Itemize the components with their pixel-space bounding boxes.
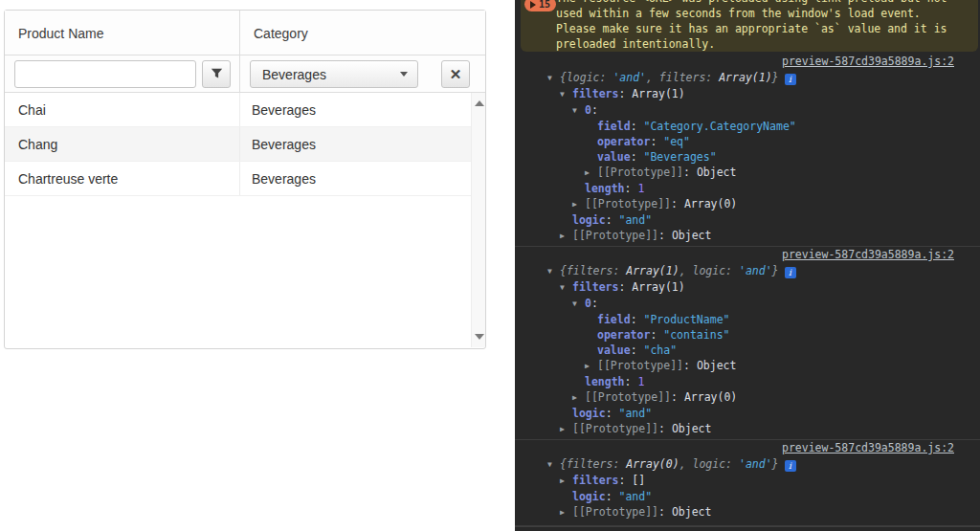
expand-arrow-icon[interactable]: ▶ <box>585 359 597 374</box>
console-token: [] <box>632 474 645 487</box>
console-row: value: "cha" <box>515 343 980 358</box>
console-token: Object <box>672 422 712 435</box>
expand-arrow-icon[interactable]: ▼ <box>560 280 572 296</box>
expand-arrow-icon[interactable]: ▶ <box>560 505 572 520</box>
console-token: : <box>618 474 632 487</box>
console-token: "eq" <box>663 135 690 148</box>
expand-arrow-icon[interactable]: ▶ <box>560 422 572 437</box>
console-row: logic: "and" <box>515 212 980 228</box>
console-row: logic: "and" <box>515 489 980 504</box>
console-row: length: 1 <box>515 181 980 196</box>
grid-vertical-scrollbar[interactable] <box>471 93 485 347</box>
info-icon: i <box>785 267 796 278</box>
console-row: ▶[[Prototype]]: Array(0) <box>515 389 980 406</box>
expand-arrow-icon[interactable]: ▼ <box>560 87 572 102</box>
console-token: : <box>625 375 638 388</box>
console-prompt[interactable]: ❯ <box>515 526 980 531</box>
console-row: ▶[[Prototype]]: Object <box>515 421 980 437</box>
console-token: : <box>671 390 684 404</box>
console-token: : <box>606 213 619 227</box>
expand-arrow-icon[interactable]: ▼ <box>572 103 585 119</box>
console-log-entry: preview-587cd39a5889a.js:2▼{filters: Arr… <box>515 247 980 440</box>
console-token: : <box>658 422 672 435</box>
console-token: [[Prototype]] <box>597 359 683 372</box>
console-token: 'and' <box>739 457 772 471</box>
column-header-category: Category <box>240 11 485 55</box>
console-row: field: "Category.CategoryName" <box>515 119 980 134</box>
console-token: : <box>658 229 672 242</box>
console-token: logic <box>572 490 606 503</box>
console-row: ▼filters: Array(1) <box>515 279 980 296</box>
warning-count-badge[interactable]: 15 <box>524 0 556 11</box>
console-row: logic: "and" <box>515 406 980 421</box>
console-token: logic <box>572 213 606 227</box>
funnel-icon <box>211 66 223 83</box>
console-token: "cha" <box>643 343 677 357</box>
console-token: "ProductName" <box>643 313 729 326</box>
console-token: : <box>591 297 598 310</box>
table-row: Chang Beverages <box>5 127 471 162</box>
console-token: : <box>650 328 663 342</box>
category-filter-dropdown[interactable]: Beverages <box>250 60 418 88</box>
console-token: Array(1) <box>719 71 771 84</box>
console-token: : <box>658 505 672 519</box>
column-header-product-name: Product Name <box>5 11 240 55</box>
source-link-row: preview-587cd39a5889a.js:2 <box>515 248 980 263</box>
console-token: "Category.CategoryName" <box>643 120 795 133</box>
expand-arrow-icon <box>530 1 536 9</box>
clear-filter-button[interactable]: ✕ <box>441 60 470 88</box>
console-token: [[Prototype]] <box>585 197 671 210</box>
category-cell: Beverages <box>240 93 471 126</box>
console-token: "and" <box>618 213 652 227</box>
console-token: : <box>618 280 632 294</box>
console-token: filters <box>572 280 618 294</box>
console-token: Object <box>672 229 712 242</box>
product-name-filter-input[interactable] <box>14 60 196 88</box>
table-row: Chartreuse verte Beverages <box>5 162 471 196</box>
console-token: 'and' <box>612 71 646 84</box>
console-token: 1 <box>637 375 644 388</box>
console-token: , filters: <box>646 71 719 84</box>
console-row: value: "Beverages" <box>515 149 980 165</box>
console-token: : <box>671 197 684 210</box>
expand-arrow-icon[interactable]: ▶ <box>585 166 597 181</box>
console-token: 0 <box>585 103 591 117</box>
console-token: [[Prototype]] <box>572 505 658 519</box>
console-token: 'and' <box>739 264 772 277</box>
console-source-link[interactable]: preview-587cd39a5889a.js:2 <box>782 55 954 68</box>
console-warning-message: 15 The resource <URL> was preloaded usin… <box>521 0 978 52</box>
scroll-up-arrow-icon[interactable] <box>475 100 484 106</box>
expand-arrow-icon[interactable]: ▶ <box>572 390 585 406</box>
expand-arrow-icon[interactable]: ▶ <box>572 197 585 212</box>
scroll-down-arrow-icon[interactable] <box>475 334 484 340</box>
expand-arrow-icon[interactable]: ▼ <box>547 457 560 473</box>
console-source-link[interactable]: preview-587cd39a5889a.js:2 <box>782 441 954 454</box>
console-token: "and" <box>618 407 652 420</box>
expand-arrow-icon[interactable]: ▼ <box>572 297 585 312</box>
console-token: : <box>631 343 644 357</box>
console-log-entry: preview-587cd39a5889a.js:2▼{logic: 'and'… <box>515 54 980 247</box>
console-token: : <box>650 135 663 148</box>
expand-arrow-icon[interactable]: ▶ <box>560 229 572 244</box>
console-token: : <box>631 120 644 133</box>
grid-filter-row: Beverages ✕ <box>5 55 485 93</box>
console-source-link[interactable]: preview-587cd39a5889a.js:2 <box>782 248 954 261</box>
console-token: {filters: <box>560 264 626 277</box>
console-row: length: 1 <box>515 374 980 389</box>
console-token: Array(0) <box>684 390 737 404</box>
console-token: "contains" <box>663 328 729 342</box>
console-token: 0 <box>585 297 591 310</box>
console-row: ▼{logic: 'and', filters: Array(1)}i <box>515 70 980 86</box>
expand-arrow-icon[interactable]: ▼ <box>547 264 560 279</box>
devtools-console: 15 The resource <URL> was preloaded usin… <box>515 0 980 531</box>
console-token: : <box>618 87 632 100</box>
expand-arrow-icon[interactable]: ▶ <box>560 474 572 489</box>
filter-button[interactable] <box>202 60 231 88</box>
console-token: : <box>631 313 644 326</box>
console-row: ▼{filters: Array(0), logic: 'and'}i <box>515 456 980 473</box>
source-link-row: preview-587cd39a5889a.js:2 <box>515 55 980 70</box>
expand-arrow-icon[interactable]: ▼ <box>547 71 560 86</box>
console-token: } <box>772 264 779 277</box>
console-token: field <box>597 313 631 326</box>
console-row: ▶[[Prototype]]: Object <box>515 228 980 244</box>
